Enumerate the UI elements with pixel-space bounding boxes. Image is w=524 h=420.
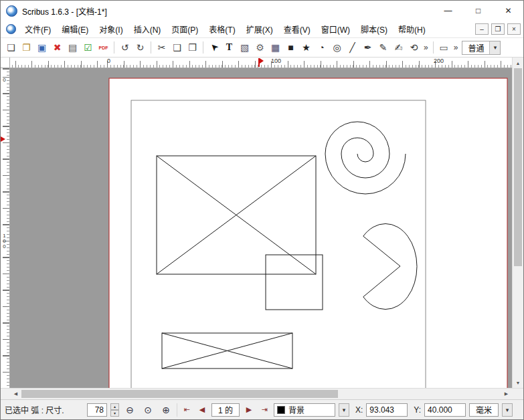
insert-arc-button[interactable]: ◔ [314, 40, 329, 56]
table-grid-icon: ▦ [271, 42, 280, 53]
scroll-up-arrow[interactable]: ▲ [513, 58, 523, 68]
horizontal-scrollbar[interactable]: ◀ ▶ [10, 389, 512, 399]
menu-file[interactable]: 文件(F) [19, 21, 56, 37]
vertical-scroll-thumb[interactable] [514, 68, 522, 266]
calligraphy-hand-icon: ✍ [395, 42, 403, 53]
previous-page-button[interactable]: ◀ [196, 403, 208, 417]
print-document-button[interactable]: ▤ [65, 40, 80, 56]
last-page-button[interactable]: ⇥ [258, 403, 270, 417]
menu-extras[interactable]: 扩展(X) [241, 21, 278, 37]
arc-icon: ◔ [319, 42, 324, 53]
mdi-minimize-button[interactable]: – [475, 23, 489, 35]
cut-button[interactable]: ✂ [154, 40, 169, 56]
menu-edit[interactable]: 编辑(E) [56, 21, 94, 37]
open-document-button[interactable]: ❐ [19, 40, 34, 56]
first-page-button[interactable]: ⇤ [181, 403, 193, 417]
maximize-button[interactable]: □ [463, 1, 493, 21]
statusbar-separator [177, 403, 177, 417]
menu-page[interactable]: 页面(P) [166, 21, 203, 37]
menu-windows[interactable]: 窗口(W) [316, 21, 355, 37]
select-item-button[interactable]: ➤ [206, 40, 222, 56]
insert-spiral-button[interactable]: ◎ [329, 40, 345, 56]
document-canvas[interactable] [10, 68, 512, 388]
insert-render-frame-button[interactable]: ⚙ [252, 40, 268, 56]
pencil-icon: ✎ [379, 42, 387, 53]
insert-bezier-button[interactable]: ✒ [360, 40, 375, 56]
new-document-button[interactable]: ❏ [3, 40, 19, 56]
unit-select-dropdown[interactable]: ▾ [502, 403, 513, 417]
panel-frame-icon: ▭ [440, 42, 448, 53]
ruler-origin-corner[interactable] [1, 58, 10, 68]
vertical-scrollbar[interactable]: ▲ ▼ [512, 58, 523, 388]
close-button[interactable]: ✕ [493, 1, 523, 21]
scribus-logo-icon [6, 5, 17, 17]
style-select-value: 普通 [462, 42, 489, 54]
zoom-spinner[interactable]: ▴ ▾ [110, 403, 119, 417]
canvas-svg[interactable] [10, 68, 512, 388]
menu-insert[interactable]: 插入(N) [128, 21, 167, 37]
x-coordinate-value-box: 93.043 [366, 403, 408, 417]
toolbar-overflow-chevron[interactable]: » [422, 43, 430, 52]
scroll-right-arrow[interactable]: ▶ [501, 389, 512, 399]
export-pdf-button[interactable]: PDF [96, 40, 111, 56]
minimize-button[interactable]: — [433, 1, 463, 21]
mdi-restore-button[interactable]: ❐ [491, 23, 505, 35]
close-document-button[interactable]: ✖ [50, 40, 65, 56]
menu-help[interactable]: 帮助(H) [393, 21, 431, 37]
spin-up-icon[interactable]: ▴ [110, 403, 119, 410]
horizontal-scroll-track[interactable] [21, 389, 501, 399]
zoom-out-button[interactable]: ⊖ [122, 403, 137, 417]
layer-select-dropdown[interactable]: ▾ [339, 403, 349, 417]
insert-image-frame-button[interactable]: ▧ [237, 40, 252, 56]
menu-script[interactable]: 脚本(S) [355, 21, 393, 37]
copy-button[interactable]: ❑ [169, 40, 185, 56]
insert-calligraphic-line-button[interactable]: ✍ [391, 40, 406, 56]
vertical-scroll-track[interactable] [513, 68, 523, 377]
title-bar[interactable]: Scribus 1.6.3 - [文档-1*] — □ ✕ [1, 1, 523, 21]
menu-table[interactable]: 表格(T) [203, 21, 240, 37]
document-icon[interactable] [6, 24, 16, 34]
next-page-button[interactable]: ▶ [243, 403, 255, 417]
insert-polygon-button[interactable]: ★ [298, 40, 314, 56]
insert-line-button[interactable]: ╱ [345, 40, 360, 56]
paste-button[interactable]: ❒ [185, 40, 200, 56]
insert-table-button[interactable]: ▦ [268, 40, 283, 56]
chevron-down-icon[interactable]: ▾ [489, 41, 500, 54]
horizontal-ruler[interactable]: 0 100 200 [10, 58, 512, 68]
save-document-button[interactable]: ▣ [34, 40, 50, 56]
shape-square-icon: ■ [288, 42, 293, 53]
zoom-level-input[interactable]: 78 [87, 403, 107, 417]
unit-select[interactable]: 毫米 [469, 403, 499, 417]
horizontal-scroll-thumb[interactable] [21, 390, 338, 398]
page-number-field[interactable]: 1 的 [211, 403, 240, 417]
mdi-close-button[interactable]: × [507, 23, 521, 35]
redo-button[interactable]: ↻ [133, 40, 148, 56]
zoom-in-button[interactable]: ⊕ [159, 403, 173, 417]
toolbar-overflow-chevron-2[interactable]: » [452, 43, 460, 52]
toolbar-separator [203, 41, 203, 54]
insert-freehand-line-button[interactable]: ✎ [375, 40, 391, 56]
scroll-left-arrow[interactable]: ◀ [10, 389, 21, 399]
insert-text-frame-button[interactable]: T [222, 40, 237, 56]
page[interactable] [109, 78, 507, 388]
horizontal-scrollbar-row: ◀ ▶ [1, 388, 523, 399]
star-polygon-icon: ★ [302, 42, 311, 53]
previous-page-icon: ◀ [199, 405, 205, 414]
preflight-verifier-button[interactable]: ☑ [80, 40, 96, 56]
spin-down-icon[interactable]: ▾ [110, 410, 119, 417]
rotate-item-button[interactable]: ⟲ [406, 40, 422, 56]
scroll-down-arrow[interactable]: ▼ [513, 377, 523, 388]
menu-view[interactable]: 查看(V) [278, 21, 316, 37]
style-select[interactable]: 普通 ▾ [462, 41, 501, 55]
undo-arrow-icon: ↺ [121, 42, 129, 53]
clipboard-icon: ❒ [188, 42, 197, 53]
vertical-ruler[interactable]: 0 100 200 [1, 68, 10, 388]
panel-toggle-button[interactable]: ▭ [436, 40, 452, 56]
insert-shape-button[interactable]: ■ [283, 40, 298, 56]
menu-item-object[interactable]: 对象(I) [94, 21, 128, 37]
undo-button[interactable]: ↺ [117, 40, 133, 56]
zoom-100-button[interactable]: ⊙ [141, 403, 155, 417]
layer-select[interactable]: 背景 [274, 403, 335, 417]
next-page-icon: ▶ [246, 405, 252, 414]
toolbar-separator [433, 41, 434, 54]
